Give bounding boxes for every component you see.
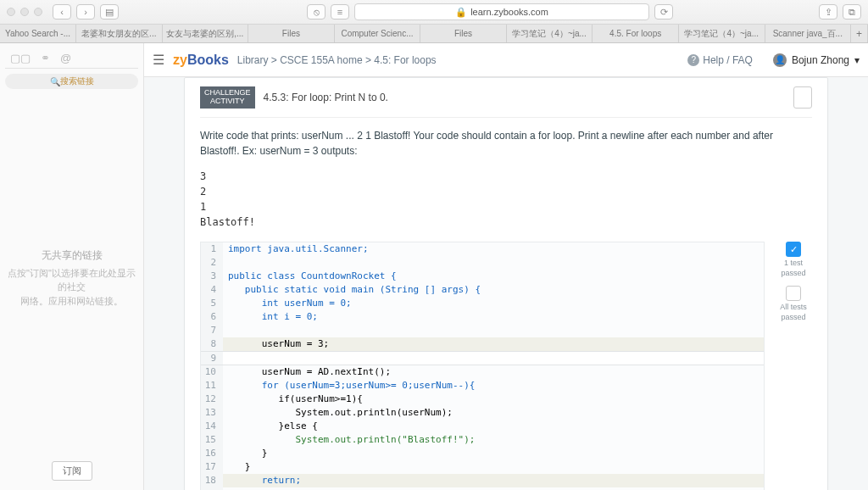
user-menu[interactable]: 👤 Bojun Zhong ▾ — [773, 53, 860, 67]
at-icon[interactable]: @ — [60, 52, 71, 64]
tab-5[interactable]: Files — [420, 25, 507, 42]
activity-card: CHALLENGE ACTIVITY 4.5.3: For loop: Prin… — [184, 77, 828, 490]
new-tab-button[interactable]: + — [851, 25, 868, 42]
browser-chrome: ‹ › ▤ ⦸ ≡ 🔒 learn.zybooks.com ⟳ ⇪ ⧉ Yaho… — [0, 0, 868, 43]
reload-button[interactable]: ⟳ — [654, 4, 673, 19]
sidebar-search[interactable]: 🔍 搜索链接 — [5, 74, 138, 89]
book-icon[interactable]: ▢▢ — [10, 52, 31, 64]
help-icon: ? — [687, 54, 699, 66]
flex-button[interactable]: ≡ — [331, 4, 349, 19]
glasses-icon[interactable]: ⚭ — [41, 52, 50, 64]
tab-1[interactable]: 老婆和女朋友的区... — [76, 25, 163, 42]
reader-button[interactable]: ⦸ — [307, 4, 326, 19]
activity-title: 4.5.3: For loop: Print N to 0. — [264, 92, 388, 103]
zybooks-logo[interactable]: zyBooks — [173, 53, 229, 68]
shield-icon — [793, 86, 812, 109]
activity-badge: CHALLENGE ACTIVITY — [200, 86, 255, 109]
help-link[interactable]: ? Help / FAQ — [687, 54, 753, 66]
close-dot[interactable] — [7, 8, 15, 16]
tab-6[interactable]: 学习笔记（4）~ja... — [507, 25, 593, 42]
share-button[interactable]: ⇪ — [819, 4, 837, 19]
search-icon: 🔍 — [50, 77, 60, 86]
chevron-down-icon: ▾ — [854, 54, 860, 66]
tabs-button[interactable]: ⧉ — [843, 4, 861, 19]
window-controls — [7, 8, 42, 16]
tab-4[interactable]: Computer Scienc... — [335, 25, 421, 42]
sidebar-heading: 无共享的链接 — [42, 248, 103, 263]
check-empty-icon: ✓ — [786, 286, 801, 301]
code-editor[interactable]: 1import java.util.Scanner; 2 3public cla… — [200, 242, 765, 490]
subscribe-button[interactable]: 订阅 — [52, 461, 92, 481]
tab-9[interactable]: Scanner java_百... — [765, 25, 852, 42]
breadcrumb[interactable]: Library > CSCE 155A home > 4.5: For loop… — [237, 54, 437, 66]
sidebar-toggle-button[interactable]: ▤ — [100, 4, 119, 19]
forward-button[interactable]: › — [76, 4, 95, 19]
tab-7[interactable]: 4.5. For loops — [593, 25, 679, 42]
address-bar[interactable]: 🔒 learn.zybooks.com — [354, 3, 649, 20]
tab-8[interactable]: 学习笔记（4）~ja... — [679, 25, 765, 42]
check-icon: ✓ — [786, 242, 801, 257]
tab-bar: Yahoo Search -... 老婆和女朋友的区... 女友与老婆的区别,.… — [0, 24, 868, 42]
max-dot[interactable] — [34, 8, 42, 16]
activity-prompt: Write code that prints: userNum ... 2 1 … — [200, 118, 812, 165]
safari-sidebar: ▢▢ ⚭ @ 🔍 搜索链接 无共享的链接 点按"订阅"以选择要在此处显示的社交 … — [0, 43, 144, 490]
tab-3[interactable]: Files — [248, 25, 335, 42]
sidebar-search-placeholder: 搜索链接 — [60, 75, 94, 87]
sidebar-sub1: 点按"订阅"以选择要在此处显示的社交 — [5, 266, 138, 294]
sample-output: 3 2 1 Blastoff! — [200, 165, 812, 242]
lock-icon: 🔒 — [455, 7, 467, 18]
min-dot[interactable] — [20, 8, 29, 16]
menu-icon[interactable]: ☰ — [153, 52, 164, 68]
user-icon: 👤 — [773, 53, 787, 67]
back-button[interactable]: ‹ — [53, 4, 71, 19]
zybooks-header: ☰ zyBooks Library > CSCE 155A home > 4.5… — [144, 43, 868, 77]
sidebar-sub2: 网络。应用和网站链接。 — [20, 294, 123, 309]
tab-0[interactable]: Yahoo Search -... — [0, 25, 76, 42]
test-indicators: ✓ 1 test passed ✓ All tests passed — [775, 242, 812, 321]
url-host: learn.zybooks.com — [470, 7, 548, 17]
tab-2[interactable]: 女友与老婆的区别,... — [163, 25, 249, 42]
